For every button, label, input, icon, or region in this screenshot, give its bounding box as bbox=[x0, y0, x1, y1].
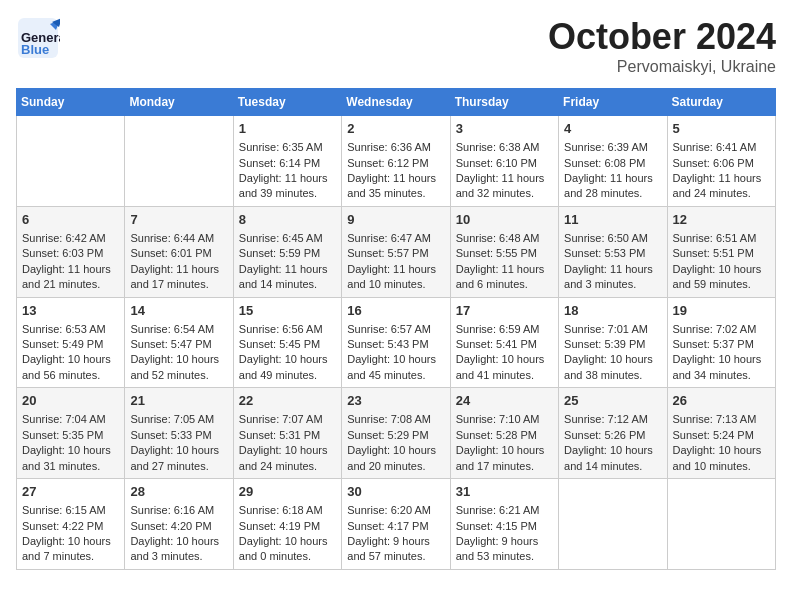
calendar-cell: 4Sunrise: 6:39 AMSunset: 6:08 PMDaylight… bbox=[559, 116, 667, 207]
calendar-cell: 30Sunrise: 6:20 AMSunset: 4:17 PMDayligh… bbox=[342, 479, 450, 570]
day-info: Sunset: 5:26 PM bbox=[564, 428, 661, 443]
day-info: Daylight: 10 hours and 3 minutes. bbox=[130, 534, 227, 565]
day-info: Sunset: 5:35 PM bbox=[22, 428, 119, 443]
day-info: Sunrise: 6:56 AM bbox=[239, 322, 336, 337]
day-number: 14 bbox=[130, 302, 227, 320]
calendar-cell: 15Sunrise: 6:56 AMSunset: 5:45 PMDayligh… bbox=[233, 297, 341, 388]
calendar-cell: 18Sunrise: 7:01 AMSunset: 5:39 PMDayligh… bbox=[559, 297, 667, 388]
day-info: Sunrise: 7:05 AM bbox=[130, 412, 227, 427]
day-info: Daylight: 10 hours and 24 minutes. bbox=[239, 443, 336, 474]
calendar-table: SundayMondayTuesdayWednesdayThursdayFrid… bbox=[16, 88, 776, 570]
day-number: 15 bbox=[239, 302, 336, 320]
day-info: Daylight: 10 hours and 59 minutes. bbox=[673, 262, 770, 293]
day-info: Sunrise: 7:12 AM bbox=[564, 412, 661, 427]
day-number: 11 bbox=[564, 211, 661, 229]
day-number: 30 bbox=[347, 483, 444, 501]
day-info: Sunset: 5:24 PM bbox=[673, 428, 770, 443]
calendar-cell: 23Sunrise: 7:08 AMSunset: 5:29 PMDayligh… bbox=[342, 388, 450, 479]
day-info: Daylight: 10 hours and 34 minutes. bbox=[673, 352, 770, 383]
weekday-header: Sunday bbox=[17, 89, 125, 116]
day-info: Daylight: 10 hours and 56 minutes. bbox=[22, 352, 119, 383]
calendar-cell: 10Sunrise: 6:48 AMSunset: 5:55 PMDayligh… bbox=[450, 206, 558, 297]
day-info: Sunset: 5:57 PM bbox=[347, 246, 444, 261]
logo: General Blue bbox=[16, 16, 60, 60]
day-info: Daylight: 11 hours and 21 minutes. bbox=[22, 262, 119, 293]
location-title: Pervomaiskyi, Ukraine bbox=[548, 58, 776, 76]
day-info: Sunset: 5:43 PM bbox=[347, 337, 444, 352]
day-info: Sunset: 5:47 PM bbox=[130, 337, 227, 352]
calendar-cell: 16Sunrise: 6:57 AMSunset: 5:43 PMDayligh… bbox=[342, 297, 450, 388]
day-info: Sunrise: 7:04 AM bbox=[22, 412, 119, 427]
day-number: 18 bbox=[564, 302, 661, 320]
day-info: Sunset: 4:20 PM bbox=[130, 519, 227, 534]
calendar-cell bbox=[667, 479, 775, 570]
calendar-cell bbox=[125, 116, 233, 207]
logo-icon: General Blue bbox=[16, 16, 60, 60]
calendar-cell: 8Sunrise: 6:45 AMSunset: 5:59 PMDaylight… bbox=[233, 206, 341, 297]
day-info: Sunrise: 6:42 AM bbox=[22, 231, 119, 246]
day-info: Daylight: 11 hours and 3 minutes. bbox=[564, 262, 661, 293]
day-info: Sunrise: 6:35 AM bbox=[239, 140, 336, 155]
day-number: 19 bbox=[673, 302, 770, 320]
day-info: Daylight: 10 hours and 41 minutes. bbox=[456, 352, 553, 383]
day-info: Sunset: 5:41 PM bbox=[456, 337, 553, 352]
title-block: October 2024 Pervomaiskyi, Ukraine bbox=[548, 16, 776, 76]
day-info: Sunset: 4:17 PM bbox=[347, 519, 444, 534]
day-info: Daylight: 10 hours and 17 minutes. bbox=[456, 443, 553, 474]
day-info: Sunrise: 6:48 AM bbox=[456, 231, 553, 246]
calendar-cell: 24Sunrise: 7:10 AMSunset: 5:28 PMDayligh… bbox=[450, 388, 558, 479]
calendar-cell: 17Sunrise: 6:59 AMSunset: 5:41 PMDayligh… bbox=[450, 297, 558, 388]
svg-text:Blue: Blue bbox=[21, 42, 49, 57]
day-info: Sunset: 6:14 PM bbox=[239, 156, 336, 171]
day-info: Sunrise: 6:47 AM bbox=[347, 231, 444, 246]
weekday-header: Saturday bbox=[667, 89, 775, 116]
day-number: 8 bbox=[239, 211, 336, 229]
day-info: Daylight: 10 hours and 31 minutes. bbox=[22, 443, 119, 474]
day-number: 7 bbox=[130, 211, 227, 229]
calendar-cell: 3Sunrise: 6:38 AMSunset: 6:10 PMDaylight… bbox=[450, 116, 558, 207]
day-info: Sunrise: 6:57 AM bbox=[347, 322, 444, 337]
day-info: Daylight: 10 hours and 10 minutes. bbox=[673, 443, 770, 474]
day-info: Sunset: 5:59 PM bbox=[239, 246, 336, 261]
day-info: Sunset: 5:37 PM bbox=[673, 337, 770, 352]
weekday-header: Monday bbox=[125, 89, 233, 116]
weekday-header: Tuesday bbox=[233, 89, 341, 116]
day-number: 31 bbox=[456, 483, 553, 501]
day-info: Sunrise: 7:02 AM bbox=[673, 322, 770, 337]
calendar-cell: 26Sunrise: 7:13 AMSunset: 5:24 PMDayligh… bbox=[667, 388, 775, 479]
day-info: Daylight: 10 hours and 14 minutes. bbox=[564, 443, 661, 474]
weekday-header: Thursday bbox=[450, 89, 558, 116]
page-header: General Blue October 2024 Pervomaiskyi, … bbox=[16, 16, 776, 76]
day-number: 29 bbox=[239, 483, 336, 501]
calendar-cell: 12Sunrise: 6:51 AMSunset: 5:51 PMDayligh… bbox=[667, 206, 775, 297]
calendar-cell: 22Sunrise: 7:07 AMSunset: 5:31 PMDayligh… bbox=[233, 388, 341, 479]
day-number: 28 bbox=[130, 483, 227, 501]
day-info: Sunrise: 6:20 AM bbox=[347, 503, 444, 518]
day-info: Sunrise: 6:59 AM bbox=[456, 322, 553, 337]
day-info: Sunset: 4:15 PM bbox=[456, 519, 553, 534]
calendar-cell: 9Sunrise: 6:47 AMSunset: 5:57 PMDaylight… bbox=[342, 206, 450, 297]
day-info: Sunset: 5:33 PM bbox=[130, 428, 227, 443]
day-info: Sunset: 6:01 PM bbox=[130, 246, 227, 261]
day-number: 6 bbox=[22, 211, 119, 229]
day-number: 20 bbox=[22, 392, 119, 410]
day-info: Sunrise: 6:16 AM bbox=[130, 503, 227, 518]
weekday-header: Friday bbox=[559, 89, 667, 116]
calendar-cell: 1Sunrise: 6:35 AMSunset: 6:14 PMDaylight… bbox=[233, 116, 341, 207]
day-info: Daylight: 11 hours and 28 minutes. bbox=[564, 171, 661, 202]
day-info: Daylight: 11 hours and 10 minutes. bbox=[347, 262, 444, 293]
day-info: Daylight: 9 hours and 57 minutes. bbox=[347, 534, 444, 565]
day-info: Sunset: 5:53 PM bbox=[564, 246, 661, 261]
day-info: Sunrise: 6:21 AM bbox=[456, 503, 553, 518]
day-number: 22 bbox=[239, 392, 336, 410]
day-info: Sunrise: 6:39 AM bbox=[564, 140, 661, 155]
day-number: 16 bbox=[347, 302, 444, 320]
day-info: Daylight: 11 hours and 14 minutes. bbox=[239, 262, 336, 293]
calendar-cell: 28Sunrise: 6:16 AMSunset: 4:20 PMDayligh… bbox=[125, 479, 233, 570]
day-info: Daylight: 11 hours and 24 minutes. bbox=[673, 171, 770, 202]
day-info: Sunrise: 6:44 AM bbox=[130, 231, 227, 246]
day-info: Daylight: 9 hours and 53 minutes. bbox=[456, 534, 553, 565]
calendar-cell: 29Sunrise: 6:18 AMSunset: 4:19 PMDayligh… bbox=[233, 479, 341, 570]
day-number: 21 bbox=[130, 392, 227, 410]
day-number: 9 bbox=[347, 211, 444, 229]
